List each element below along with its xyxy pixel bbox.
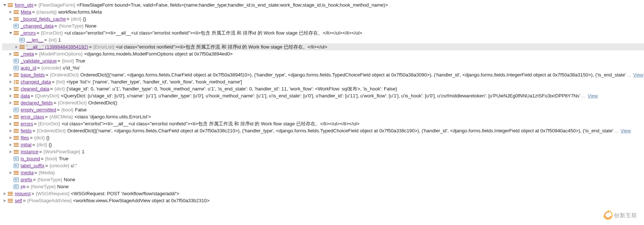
var-type: {unicode} [41, 64, 61, 71]
tree-row[interactable]: 01auto_id={unicode}u'id_%s' [2, 64, 644, 71]
svg-rect-40 [14, 124, 19, 124]
expand-toggle-closed[interactable] [8, 150, 13, 154]
tree-row[interactable]: _errors={ErrorDict}<ul class="errorlist"… [2, 29, 644, 36]
svg-rect-12 [20, 45, 25, 46]
svg-rect-10 [14, 33, 19, 33]
tree-row[interactable]: base_fields={OrderedDict}OrderedDict([('… [2, 71, 644, 78]
view-link[interactable]: View [588, 92, 598, 99]
tree-row[interactable]: 01prefix={NoneType}None [2, 176, 644, 183]
var-type: {ErrorDict} [41, 29, 63, 36]
primitive-icon: 01 [13, 184, 19, 190]
tree-row[interactable]: 01 pk = {NoneType} None [2, 183, 644, 190]
var-name: changed_data [21, 78, 51, 85]
svg-rect-59 [8, 195, 13, 196]
expand-toggle-open[interactable] [2, 3, 7, 7]
expand-toggle-closed[interactable] [8, 171, 13, 175]
var-name: self [15, 197, 22, 204]
var-name: base_fields [21, 71, 45, 78]
dict-icon [13, 72, 19, 78]
tree-row[interactable]: initial={dict}{} [2, 141, 644, 148]
tree-row[interactable]: errors={ErrorDict}<ul class="errorlist">… [2, 120, 644, 127]
var-name: _meta [21, 50, 34, 57]
var-value: None [85, 22, 96, 29]
var-name: media [21, 169, 33, 176]
expand-toggle-closed[interactable] [8, 87, 13, 91]
tree-row[interactable]: request = {WSGIRequest} <WSGIRequest: PO… [2, 190, 644, 197]
var-type: {dict} [34, 134, 45, 141]
var-value: <WSGIRequest: POST '/workflow/flow/stage… [71, 190, 179, 197]
var-value: {} [49, 141, 52, 148]
svg-rect-48 [14, 143, 19, 144]
dict-icon [13, 86, 19, 92]
tree-row[interactable]: form_obj = {FlowStageForm} <FlowStageFor… [2, 1, 644, 8]
expand-toggle-closed[interactable] [8, 52, 13, 56]
tree-row[interactable]: instance={WorkFlowStage}1 [2, 148, 644, 155]
primitive-icon: 01 [13, 23, 19, 29]
tree-row[interactable]: media={Media} [2, 169, 644, 176]
object-icon [7, 198, 13, 204]
var-type: {bool} [62, 57, 74, 64]
tree-row[interactable]: fields={OrderedDict}OrderedDict([('name'… [2, 127, 644, 134]
svg-rect-39 [14, 122, 19, 123]
svg-rect-11 [14, 34, 19, 35]
dict-icon [13, 16, 19, 22]
expand-toggle-closed[interactable] [8, 10, 13, 14]
svg-rect-0 [8, 3, 13, 4]
tree-row[interactable]: changed_data={list}<type 'list'>: ['name… [2, 78, 644, 85]
expand-toggle-closed[interactable] [8, 80, 13, 84]
var-name: errors [21, 120, 33, 127]
tree-row[interactable]: error_class={ABCMeta}<class 'django.form… [2, 113, 644, 120]
svg-rect-38 [14, 118, 19, 119]
tree-row[interactable]: self = {FlowStageAddView} <workflow.view… [2, 197, 644, 204]
expand-toggle-closed[interactable] [8, 73, 13, 77]
var-name: data [21, 92, 30, 99]
expand-toggle-closed[interactable] [8, 115, 13, 119]
tree-row[interactable]: 01label_suffix={unicode}u':' [2, 162, 644, 169]
var-type: {NoneType} [31, 183, 56, 190]
object-icon [13, 114, 19, 120]
var-type: {WSGIRequest} [36, 190, 70, 197]
tree-row[interactable]: declared_fields={OrderedDict}OrderedDict… [2, 99, 644, 106]
svg-rect-62 [8, 202, 13, 203]
tree-row[interactable]: 01_validate_unique={bool}True [2, 57, 644, 64]
var-value: <workflow.views.FlowStageAddView object … [73, 197, 210, 204]
expand-toggle-closed[interactable] [14, 45, 19, 49]
expand-toggle-open[interactable] [8, 31, 13, 35]
tree-row[interactable]: 01__len__={int}1 [2, 36, 644, 43]
svg-rect-7 [14, 19, 19, 19]
tree-row[interactable]: files={dict}{} [2, 134, 644, 141]
expand-toggle-closed[interactable] [2, 192, 7, 196]
expand-toggle-closed[interactable] [8, 101, 13, 105]
svg-rect-34 [14, 103, 19, 103]
tree-row[interactable]: 01_changed_data={NoneType}None [2, 22, 644, 29]
var-type: {classobj} [36, 8, 57, 15]
tree-row[interactable]: data={QueryDict}<QueryDict: {u'stage_id'… [2, 92, 644, 99]
expand-toggle-closed[interactable] [8, 129, 13, 133]
var-value: None [57, 183, 68, 190]
expand-toggle-closed[interactable] [8, 143, 13, 147]
view-link[interactable]: View [621, 127, 631, 134]
var-value: <ul class="errorlist"><li>__all__<ul cla… [64, 29, 362, 36]
tree-row[interactable]: 01empty_permitted={bool}False [2, 106, 644, 113]
primitive-icon: 01 [13, 58, 19, 64]
tree-row[interactable]: _meta={ModelFormOptions}<django.forms.mo… [2, 50, 644, 57]
svg-rect-4 [14, 12, 19, 12]
expand-toggle-closed[interactable] [2, 199, 7, 203]
svg-rect-54 [14, 171, 19, 172]
expand-toggle-closed[interactable] [8, 136, 13, 140]
tree-row[interactable]: 01is_bound={bool}True [2, 155, 644, 162]
tree-row[interactable]: '__all__' (139984843954192)={ErrorList}<… [2, 43, 644, 50]
tree-row[interactable]: cleaned_data={dict}{'stage_id': 0, 'name… [2, 85, 644, 92]
expand-toggle-closed[interactable] [8, 122, 13, 126]
var-name: instance [21, 148, 38, 155]
expand-toggle-closed[interactable] [8, 94, 13, 98]
expand-toggle-closed[interactable] [8, 17, 13, 21]
tree-row[interactable]: _bound_fields_cache={dict}{} [2, 15, 644, 22]
tree-row[interactable]: Meta={classobj}workflow.forms.Meta [2, 8, 644, 15]
svg-rect-29 [14, 90, 19, 91]
view-link[interactable]: View [633, 71, 644, 78]
svg-rect-61 [8, 200, 13, 201]
var-name: prefix [21, 176, 32, 183]
var-type: {ErrorList} [93, 43, 114, 50]
object-icon [13, 170, 19, 176]
